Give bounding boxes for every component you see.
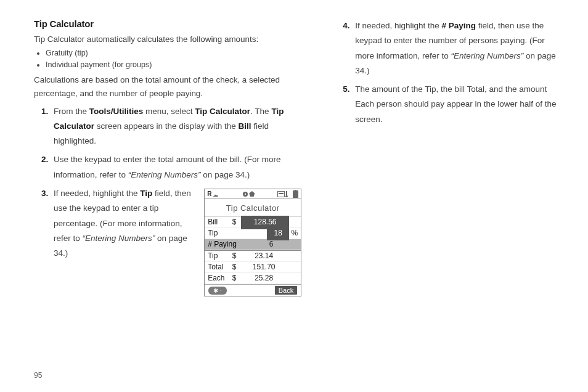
bullet-item: Gratuity (tip) <box>46 47 301 59</box>
phone-title: Tip Calculator <box>205 199 301 217</box>
step-number: 3. <box>34 186 54 296</box>
signal-bars-icon <box>213 191 220 197</box>
bullet-item: Individual payment (for groups) <box>46 59 301 71</box>
phone-softkey-left: ✱ · <box>208 287 227 295</box>
bullet-list: Gratuity (tip) Individual payment (for g… <box>34 47 301 71</box>
phone-softkey-right: Back <box>275 286 297 295</box>
step-number: 5. <box>335 82 355 127</box>
step-body: If needed, highlight the Tip field, then… <box>54 186 198 261</box>
page-number: 95 <box>34 371 42 380</box>
intro: Tip Calculator automatically calculates … <box>34 33 301 46</box>
card-icon <box>277 191 285 197</box>
phone-screenshot: R Tip Calculato <box>204 189 301 296</box>
step: 4. If needed, highlight the # Paying fie… <box>335 18 563 78</box>
step-body: From the Tools/Utilities menu, select Ti… <box>54 104 301 149</box>
step-number: 1. <box>34 104 54 149</box>
phone-softkey-bar: ✱ · Back <box>205 284 301 296</box>
battery-icon <box>293 190 298 198</box>
step-number: 4. <box>335 18 355 78</box>
phone-each-value: 25.28 <box>239 272 289 285</box>
signal-icon: R <box>207 191 211 197</box>
step: 3. If needed, highlight the Tip field, t… <box>34 186 301 296</box>
step-body: Use the keypad to enter the total amount… <box>54 152 301 182</box>
step-body: The amount of the Tip, the bill Total, a… <box>355 82 563 127</box>
step: 5. The amount of the Tip, the bill Total… <box>335 82 563 127</box>
music-icon <box>286 191 292 197</box>
step: 2. Use the keypad to enter the total amo… <box>34 152 301 182</box>
step-number: 2. <box>34 152 54 182</box>
step-body: If needed, highlight the # Paying field,… <box>355 18 563 78</box>
star-icon <box>249 191 255 197</box>
lead-paragraph: Calculations are based on the total amou… <box>34 73 301 100</box>
phone-status-bar: R <box>205 189 301 199</box>
phone-row-paying: # Paying 6 <box>205 239 301 250</box>
step: 1. From the Tools/Utilities menu, select… <box>34 104 301 149</box>
globe-icon <box>243 192 248 197</box>
phone-row-each: Each $ 25.28 <box>205 273 301 284</box>
section-heading: Tip Calculator <box>34 18 301 29</box>
